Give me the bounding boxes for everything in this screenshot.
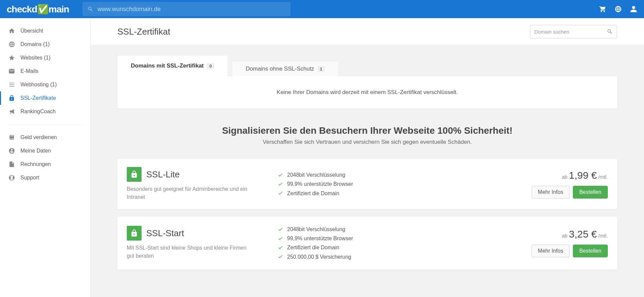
product-feature: 99,9% unterstützte Browser bbox=[278, 179, 521, 188]
check-icon bbox=[278, 236, 283, 241]
sidebar-item-rechnungen[interactable]: Rechnungen bbox=[0, 158, 90, 171]
product-price: ab 3,25 € /mtl. bbox=[521, 228, 608, 240]
product-feature: 99,9% unterstützte Browser bbox=[278, 234, 521, 243]
nav-divider bbox=[7, 124, 83, 125]
cart-icon[interactable] bbox=[599, 5, 606, 13]
domain-search[interactable] bbox=[83, 2, 290, 16]
language-icon[interactable] bbox=[614, 5, 622, 13]
sidebar-item-label: Übersicht bbox=[20, 28, 43, 34]
sidebar-item-label: Support bbox=[20, 175, 39, 181]
sidebar-item-label: Meine Daten bbox=[20, 148, 51, 154]
product-feature: 2048bit Verschlüsselung bbox=[278, 170, 521, 179]
inline-domain-search-input[interactable] bbox=[534, 29, 607, 35]
sidebar-item-label: E-Mails bbox=[20, 68, 38, 74]
sidebar-item-websites-1-[interactable]: Websites (1) bbox=[0, 51, 90, 65]
order-button[interactable]: Bestellen bbox=[573, 186, 608, 199]
tab-domains-ohne-ssl-schutz[interactable]: Domains ohne SSL-Schutz1 bbox=[232, 61, 338, 76]
lock-icon bbox=[8, 95, 15, 101]
check-icon bbox=[278, 172, 283, 178]
sidebar-item-label: Domains (1) bbox=[20, 41, 50, 47]
inline-domain-search[interactable] bbox=[530, 25, 617, 38]
globe-icon bbox=[8, 41, 15, 48]
search-icon bbox=[607, 29, 613, 35]
product-ssl-start: SSL-Start Mit SSL-Start sind kleine Shop… bbox=[117, 217, 617, 269]
domain-search-input[interactable] bbox=[98, 6, 286, 13]
check-icon bbox=[278, 254, 283, 259]
megaphone-icon bbox=[8, 108, 15, 115]
product-price: ab 1,99 € /mtl. bbox=[521, 170, 608, 181]
sidebar-item-rankingcoach[interactable]: RankingCoach bbox=[0, 105, 90, 118]
sidebar-item-webhosting-1-[interactable]: Webhosting (1) bbox=[0, 78, 90, 91]
sidebar-item-geld-verdienen[interactable]: Geld verdienen bbox=[0, 131, 90, 144]
list-icon bbox=[8, 81, 15, 88]
sidebar-item-label: RankingCoach bbox=[20, 109, 56, 115]
product-name: SSL-Start bbox=[146, 228, 184, 239]
sidebar-item-label: Geld verdienen bbox=[20, 134, 57, 140]
sidebar-item-ssl-zertifikate[interactable]: SSL-Zertifikate bbox=[0, 91, 90, 105]
sidebar-item-meine-daten[interactable]: Meine Daten bbox=[0, 144, 90, 158]
top-bar: checkd✅main bbox=[0, 0, 644, 18]
sidebar-item-support[interactable]: Support bbox=[0, 171, 90, 184]
sidebar-item-label: Websites (1) bbox=[20, 55, 51, 61]
product-ssl-lite: SSL-Lite Besonders gut geeignet für Admi… bbox=[117, 159, 617, 209]
check-icon bbox=[278, 227, 283, 232]
promo-section: Signalisieren Sie den Besuchern Ihrer We… bbox=[117, 125, 617, 145]
check-icon bbox=[278, 190, 283, 196]
more-info-button[interactable]: Mehr Infos bbox=[532, 186, 570, 199]
account-icon[interactable] bbox=[630, 5, 637, 13]
empty-message: Keine Ihrer Domains wird derzeit mit ein… bbox=[277, 89, 458, 95]
tab-content: Keine Ihrer Domains wird derzeit mit ein… bbox=[117, 76, 617, 109]
home-icon bbox=[8, 28, 15, 34]
promo-headline: Signalisieren Sie den Besuchern Ihrer We… bbox=[117, 125, 617, 136]
user-circle-icon bbox=[8, 147, 15, 154]
product-feature: Zertifiziert die Domain bbox=[278, 243, 521, 252]
lock-icon bbox=[127, 226, 142, 241]
sidebar-item--bersicht[interactable]: Übersicht bbox=[0, 24, 90, 38]
product-description: Besonders gut geeignet für Adminbereiche… bbox=[127, 185, 254, 201]
sidebar-item-e-mails[interactable]: E-Mails bbox=[0, 65, 90, 78]
tabs: Domains mit SSL-Zertifikat0Domains ohne … bbox=[117, 55, 617, 76]
order-button[interactable]: Bestellen bbox=[573, 245, 608, 257]
search-icon bbox=[87, 6, 94, 12]
sidebar-item-label: Webhosting (1) bbox=[20, 82, 57, 88]
sidebar-item-domains-1-[interactable]: Domains (1) bbox=[0, 38, 90, 51]
coins-icon bbox=[8, 134, 15, 141]
product-feature: Zertifiziert die Domain bbox=[278, 189, 521, 198]
star-icon bbox=[8, 54, 15, 61]
tab-count-badge: 1 bbox=[318, 66, 325, 72]
tab-label: Domains ohne SSL-Schutz bbox=[246, 66, 314, 72]
document-icon bbox=[8, 161, 15, 168]
check-icon bbox=[278, 181, 283, 187]
mail-icon bbox=[8, 68, 15, 75]
lock-icon bbox=[127, 167, 142, 182]
product-description: Mit SSL-Start sind kleine Shops und klei… bbox=[127, 244, 254, 260]
sidebar-item-label: Rechnungen bbox=[20, 161, 51, 167]
sidebar: ÜbersichtDomains (1)Websites (1)E-MailsW… bbox=[0, 18, 91, 297]
page-header: SSL-Zertifikat bbox=[91, 18, 644, 45]
product-feature: 2048bit Verschlüsselung bbox=[278, 225, 521, 234]
product-feature: 250.000,00 $ Versicherung bbox=[278, 252, 521, 261]
promo-subline: Verschaffen Sie sich Vertrauen und versi… bbox=[117, 139, 617, 145]
product-list: SSL-Lite Besonders gut geeignet für Admi… bbox=[117, 159, 617, 269]
page-title: SSL-Zertifikat bbox=[117, 27, 170, 37]
tab-domains-mit-ssl-zertifikat[interactable]: Domains mit SSL-Zertifikat0 bbox=[117, 55, 228, 76]
logo[interactable]: checkd✅main bbox=[7, 4, 69, 15]
sidebar-item-label: SSL-Zertifikate bbox=[20, 95, 56, 101]
life-ring-icon bbox=[8, 174, 15, 181]
check-icon bbox=[278, 245, 283, 250]
product-name: SSL-Lite bbox=[146, 169, 180, 180]
more-info-button[interactable]: Mehr Infos bbox=[532, 245, 570, 257]
tab-label: Domains mit SSL-Zertifikat bbox=[131, 62, 204, 69]
tab-count-badge: 0 bbox=[207, 63, 214, 69]
